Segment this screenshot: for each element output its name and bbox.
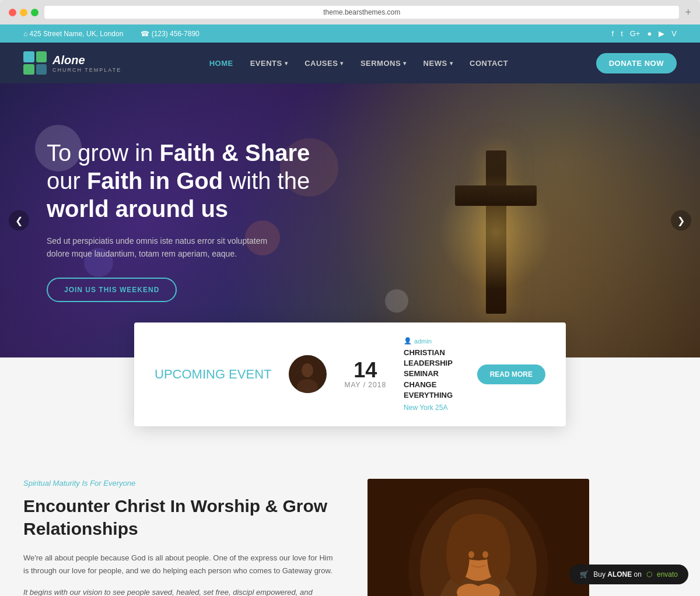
section-text-2: It begins with our vision to see people … <box>23 586 338 596</box>
nav-news[interactable]: NEWS ▾ <box>416 54 460 72</box>
facebook-icon[interactable]: f <box>612 29 614 38</box>
buy-text: Buy ALONE on <box>593 570 642 579</box>
cross-shape <box>486 150 506 314</box>
upcoming-wrapper: UPCOMING EVENT 14 MAY / 2018 👤 admin CHR… <box>0 357 700 444</box>
maximize-button[interactable] <box>31 9 38 16</box>
browser-window: theme.bearsthemes.com + <box>0 0 700 24</box>
buy-badge[interactable]: 🛒 Buy ALONE on ⬡ envato <box>569 565 688 584</box>
twitter-icon[interactable]: t <box>621 29 623 38</box>
navbar: Alone Church Template HOME EVENTS ▾ CAUS… <box>0 43 700 83</box>
event-admin: 👤 admin <box>404 337 460 345</box>
top-bar-left: ⌂ 425 Street Name, UK, London ☎ (123) 45… <box>23 30 200 38</box>
pinterest-icon[interactable]: ● <box>647 29 652 38</box>
logo-name: Alone <box>52 54 121 67</box>
nav-sermons[interactable]: SERMONS ▾ <box>354 54 414 72</box>
event-label-upcoming: UPCOMING <box>155 367 225 381</box>
slider-next-button[interactable]: ❯ <box>671 211 691 231</box>
hero-title-line2-end: with the <box>223 168 310 194</box>
event-label: UPCOMING EVENT <box>155 367 271 382</box>
url-text: theme.bearsthemes.com <box>323 8 400 16</box>
read-more-button[interactable]: READ MORE <box>477 364 545 384</box>
hero-background: To grow in Faith & Share our Faith in Go… <box>0 83 700 357</box>
phone-icon: ☎ <box>141 30 149 38</box>
logo-sq-bl <box>23 64 34 75</box>
event-date-number: 14 <box>344 360 386 381</box>
events-dropdown-arrow: ▾ <box>285 60 288 66</box>
donate-button[interactable]: DONATE NOW <box>596 53 677 73</box>
praying-image <box>368 479 589 596</box>
logo-text: Alone Church Template <box>52 54 121 73</box>
section-title: Encounter Christ In Worship & Grow Relat… <box>23 495 338 540</box>
user-icon: 👤 <box>404 337 412 345</box>
logo[interactable]: Alone Church Template <box>23 51 121 75</box>
logo-sq-tr <box>36 51 47 62</box>
content-left: Spiritual Maturity Is For Everyone Encou… <box>23 479 338 596</box>
event-date: 14 MAY / 2018 <box>344 360 386 389</box>
hero-description: Sed ut perspiciatis unde omnis iste natu… <box>47 234 280 261</box>
logo-icon <box>23 51 47 75</box>
envato-icon: ⬡ <box>646 570 652 579</box>
logo-sub: Church Template <box>52 67 121 73</box>
cross-horizontal <box>455 185 537 206</box>
nav-contact[interactable]: CONTACT <box>463 54 515 72</box>
hero-section: To grow in Faith & Share our Faith in Go… <box>0 83 700 444</box>
event-date-month: MAY / 2018 <box>344 381 386 389</box>
event-label-colored: EVENT <box>225 367 271 381</box>
causes-dropdown-arrow: ▾ <box>340 60 344 66</box>
top-bar: ⌂ 425 Street Name, UK, London ☎ (123) 45… <box>0 24 700 43</box>
event-title: CHRISTIAN LEADERSHIP SEMINAR CHANGE EVER… <box>404 348 460 401</box>
sermons-dropdown-arrow: ▾ <box>403 60 407 66</box>
googleplus-icon[interactable]: G+ <box>630 29 640 38</box>
vimeo-icon[interactable]: V <box>671 29 677 38</box>
hero-title-line2-light: our <box>47 168 87 194</box>
url-bar[interactable]: theme.bearsthemes.com <box>44 6 679 19</box>
address-info: ⌂ 425 Street Name, UK, London <box>23 30 123 38</box>
nav-home[interactable]: HOME <box>202 54 240 72</box>
upcoming-event-card: UPCOMING EVENT 14 MAY / 2018 👤 admin CHR… <box>134 322 566 426</box>
nav-causes[interactable]: CAUSES ▾ <box>298 54 351 72</box>
section-subtitle: Spiritual Maturity Is For Everyone <box>23 479 338 488</box>
news-dropdown-arrow: ▾ <box>450 60 453 66</box>
nav-links: HOME EVENTS ▾ CAUSES ▾ SERMONS ▾ NEWS ▾ … <box>202 54 516 72</box>
phone-info: ☎ (123) 456-7890 <box>141 30 199 38</box>
close-button[interactable] <box>9 9 16 16</box>
youtube-icon[interactable]: ▶ <box>659 29 664 38</box>
logo-sq-tl <box>23 51 34 62</box>
bokeh-5 <box>385 289 408 313</box>
praying-figure-svg <box>368 479 589 596</box>
minimize-button[interactable] <box>20 9 27 16</box>
hero-title-line1-bold: Faith & Share <box>159 140 310 166</box>
cart-icon: 🛒 <box>580 570 589 579</box>
envato-text: envato <box>657 570 678 579</box>
join-weekend-button[interactable]: JOIN US THIS WEEKEND <box>47 278 177 302</box>
hero-title-line3: world around us <box>47 196 228 222</box>
hero-title-line2-bold: Faith in God <box>87 168 223 194</box>
logo-sq-br <box>36 64 47 75</box>
event-info: 👤 admin CHRISTIAN LEADERSHIP SEMINAR CHA… <box>404 337 460 412</box>
new-tab-button[interactable]: + <box>685 6 691 19</box>
svg-point-1 <box>302 363 313 377</box>
hero-title: To grow in Faith & Share our Faith in Go… <box>47 139 310 223</box>
event-location: New York 25A <box>404 404 460 412</box>
social-links: f t G+ ● ▶ V <box>612 29 677 38</box>
slider-prev-button[interactable]: ❮ <box>9 211 29 231</box>
cross-image <box>408 107 583 357</box>
content-right <box>368 479 589 596</box>
browser-controls <box>9 9 38 16</box>
nav-events[interactable]: EVENTS ▾ <box>243 54 295 72</box>
section-text-1: We're all about people because God is al… <box>23 552 338 577</box>
avatar-svg <box>289 355 327 393</box>
hero-title-line1-light: To grow in <box>47 140 159 166</box>
hero-content: To grow in Faith & Share our Faith in Go… <box>23 104 333 338</box>
event-avatar <box>289 355 327 393</box>
address-icon: ⌂ <box>23 30 27 38</box>
